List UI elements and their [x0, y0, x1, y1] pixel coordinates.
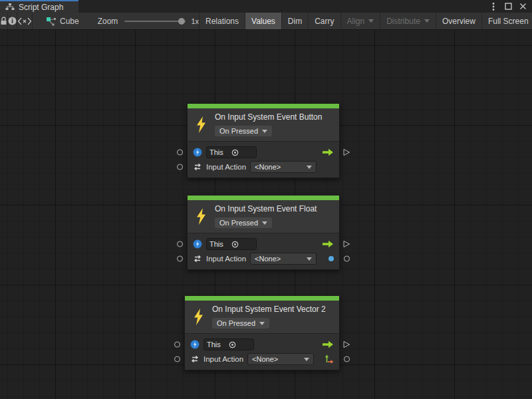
info-icon[interactable] [8, 13, 17, 29]
input-action-dropdown[interactable]: <None> [250, 161, 317, 173]
input-port-flow[interactable] [177, 241, 183, 247]
node-accent-bar [188, 196, 339, 200]
fullscreen-button[interactable]: Full Screen [481, 13, 532, 29]
input-action-dropdown[interactable]: <None> [250, 253, 317, 265]
output-port-flow[interactable] [342, 240, 350, 248]
input-port-value[interactable] [177, 256, 183, 262]
flow-arrow-icon [322, 240, 334, 248]
chevron-down-icon [307, 166, 312, 169]
node-header[interactable]: On Input System Event Button On Pressed [188, 108, 339, 141]
port-row-input-action: Input Action <None> [190, 352, 334, 366]
node-body: This [188, 233, 339, 269]
node-title: On Input System Event Float [215, 204, 317, 213]
object-picker-icon[interactable] [229, 341, 251, 348]
input-port-flow[interactable] [174, 342, 180, 348]
relations-button[interactable]: Relations [199, 13, 245, 29]
port-row-this: This [190, 337, 334, 352]
zoom-value: 1x [191, 17, 199, 25]
dim-button[interactable]: Dim [281, 13, 308, 29]
node-on-input-system-event-button[interactable]: On Input System Event Button On Pressed … [187, 103, 340, 178]
input-action-label: Input Action [203, 355, 243, 363]
distribute-button[interactable]: Distribute [380, 13, 436, 29]
graph-asset-icon [46, 17, 57, 26]
node-title: On Input System Event Button [215, 112, 322, 122]
maximize-icon[interactable] [503, 1, 513, 12]
port-row-input-action: Input Action <None> [193, 251, 334, 266]
this-object-field[interactable]: This [206, 238, 257, 250]
zoom-control: Zoom 1x [98, 13, 199, 29]
zoom-slider[interactable] [124, 21, 186, 22]
graph-hierarchy-icon [5, 3, 15, 11]
chevron-down-icon [368, 19, 374, 23]
this-object-field[interactable]: This [206, 146, 257, 158]
node-body: This [188, 141, 339, 178]
lock-icon[interactable] [0, 13, 8, 29]
tab-bar: Script Graph [0, 0, 532, 13]
lightning-bolt-icon [193, 309, 204, 325]
chevron-down-icon [259, 322, 265, 325]
node-on-input-system-event-vector2[interactable]: On Input System Event Vector 2 On Presse… [184, 295, 340, 370]
kebab-menu-icon[interactable] [488, 1, 499, 12]
input-action-icon [190, 354, 200, 364]
object-picker-icon[interactable] [231, 149, 253, 156]
overview-button[interactable]: Overview [436, 13, 481, 29]
close-icon[interactable] [517, 1, 528, 12]
chevron-down-icon [307, 257, 312, 261]
input-action-label: Input Action [206, 163, 246, 171]
carry-button[interactable]: Carry [308, 13, 340, 29]
flow-arrow-icon [322, 148, 334, 156]
port-row-this: This [193, 145, 334, 160]
output-port-flow[interactable] [342, 148, 350, 156]
node-header[interactable]: On Input System Event Vector 2 On Presse… [185, 301, 339, 333]
graph-toolbar: Cube Zoom 1x Relations Values Dim Carry … [0, 13, 532, 30]
graph-canvas[interactable]: On Input System Event Button On Pressed … [0, 30, 532, 399]
chevron-down-icon [262, 221, 267, 225]
port-row-this: This [193, 237, 334, 251]
event-dropdown[interactable]: On Pressed [212, 318, 269, 329]
tab-title: Script Graph [19, 3, 63, 12]
input-port-value[interactable] [174, 356, 180, 362]
gameobject-icon [190, 340, 200, 349]
code-preview-icon[interactable] [17, 13, 33, 29]
input-port-flow[interactable] [177, 150, 183, 156]
output-port-float[interactable] [344, 256, 350, 262]
event-dropdown[interactable]: On Pressed [215, 126, 272, 136]
vector2-value-icon [324, 354, 334, 364]
node-accent-bar [185, 296, 339, 301]
output-port-vector2[interactable] [344, 356, 350, 362]
lightning-bolt-icon [196, 116, 207, 133]
node-on-input-system-event-float[interactable]: On Input System Event Float On Pressed T… [187, 195, 340, 270]
zoom-label: Zoom [98, 17, 118, 26]
object-picker-icon[interactable] [231, 241, 253, 248]
gameobject-icon [193, 148, 202, 157]
output-port-flow[interactable] [342, 340, 350, 348]
node-accent-bar [188, 104, 339, 108]
zoom-slider-handle[interactable] [178, 18, 185, 25]
align-button[interactable]: Align [340, 13, 380, 29]
graph-target-label: Cube [60, 17, 79, 26]
port-row-input-action: Input Action <None> [193, 160, 334, 174]
input-port-value[interactable] [177, 164, 183, 170]
tab-script-graph[interactable]: Script Graph [0, 0, 78, 13]
toolbar-buttons: Relations Values Dim Carry Align Distrib… [199, 13, 532, 29]
float-value-icon [329, 256, 334, 261]
node-body: This [185, 333, 339, 370]
lightning-bolt-icon [196, 208, 207, 225]
chevron-down-icon [304, 358, 309, 361]
window-controls [488, 0, 532, 13]
chevron-down-icon [262, 130, 267, 133]
node-header[interactable]: On Input System Event Float On Pressed [188, 200, 339, 233]
flow-arrow-icon [322, 340, 334, 348]
input-action-dropdown[interactable]: <None> [247, 353, 314, 365]
input-action-icon [193, 254, 202, 263]
graph-target[interactable]: Cube [46, 13, 79, 29]
event-dropdown[interactable]: On Pressed [215, 217, 272, 228]
this-object-field[interactable]: This [203, 338, 254, 350]
values-button[interactable]: Values [245, 13, 281, 29]
input-action-icon [193, 162, 202, 172]
chevron-down-icon [424, 19, 430, 23]
node-title: On Input System Event Vector 2 [212, 305, 326, 314]
input-action-label: Input Action [206, 255, 246, 263]
gameobject-icon [193, 239, 202, 249]
